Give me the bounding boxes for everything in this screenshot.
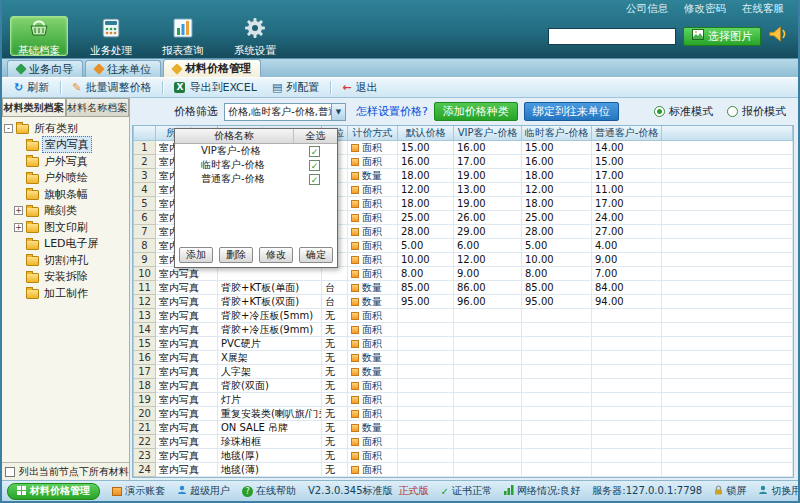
expand-icon[interactable]: + [14, 206, 23, 215]
table-row[interactable]: 11室内写真背胶+KT板(单面)台数量85.0086.0085.0084.00 [134, 281, 793, 295]
statusbar-user[interactable]: 超级用户 [174, 484, 233, 498]
expand-icon[interactable]: + [14, 223, 23, 232]
table-row[interactable]: 20室内写真重复安装类(喇叭旗/门头)无面积 [134, 407, 793, 421]
table-row[interactable]: 25室内写真防撞条无数量 [134, 477, 793, 479]
sidebar-tab-name[interactable]: 材料名称档案 [66, 98, 130, 117]
table-row[interactable]: 24室内写真地毯(薄)无面积 [134, 463, 793, 477]
col-temp-price[interactable]: 临时客户-价格 [522, 126, 592, 141]
exit-label: 退出 [356, 80, 378, 95]
add-price-type-button[interactable]: 添加价格种类 [434, 102, 518, 121]
bind-to-partner-button[interactable]: 绑定到往来单位 [524, 102, 619, 121]
popup-select-all[interactable]: 全选 [293, 129, 337, 143]
table-row[interactable]: 22室内写真珍珠相框无面积 [134, 435, 793, 449]
tree-root[interactable]: - 所有类别 [4, 120, 127, 137]
chevron-down-icon[interactable]: ▼ [331, 104, 345, 120]
row-number-cell: 1 [134, 141, 156, 155]
tab-partners[interactable]: 往来单位 [85, 60, 161, 77]
popup-add-button[interactable]: 添加 [179, 247, 213, 263]
tree-item[interactable]: +雕刻类 [4, 203, 127, 220]
standard-mode-radio[interactable]: 标准模式 [654, 104, 713, 119]
tree-item[interactable]: 安装拆除 [4, 269, 127, 286]
table-row[interactable]: 23室内写真地毯(厚)无面积 [134, 449, 793, 463]
quote-mode-radio[interactable]: 报价模式 [727, 104, 786, 119]
price-type-checkbox[interactable] [309, 146, 320, 157]
col-row-number[interactable] [134, 126, 156, 141]
table-row[interactable]: 14室内写真背胶+冷压板(9mm)无面积 [134, 323, 793, 337]
search-input[interactable] [548, 28, 676, 45]
table-row[interactable]: 12室内写真背胶+KT板(双面)台数量95.0096.0095.0094.00 [134, 295, 793, 309]
cell-filler [662, 407, 793, 421]
company-info-link[interactable]: 公司信息 [626, 2, 668, 16]
cell-pricing-method: 面积 [348, 239, 398, 253]
online-service-link[interactable]: 在线客服 [742, 2, 784, 16]
sidebar-tab-category[interactable]: 材料类别档案 [2, 98, 66, 117]
tree-item[interactable]: 切割冲孔 [4, 252, 127, 269]
tree-item[interactable]: 户外喷绘 [4, 170, 127, 187]
cell-unit: 无 [322, 435, 348, 449]
wizard-icon [15, 63, 26, 74]
price-type-row[interactable]: VIP客户-价格 [175, 144, 337, 158]
price-help-link[interactable]: 怎样设置价格? [356, 104, 428, 119]
nav-item-base-archive[interactable]: 基础档案 [10, 16, 68, 56]
cell-temp-price: 15.00 [522, 141, 592, 155]
batch-adjust-button[interactable]: ✎批量调整价格 [66, 79, 157, 96]
cell-pricing-method: 面积 [348, 267, 398, 281]
tree-item[interactable]: +图文印刷 [4, 219, 127, 236]
statusbar-network: 网络情况:良好 [501, 484, 583, 498]
tree-item[interactable]: 室内写真 [4, 137, 127, 154]
price-filter-combobox[interactable]: 价格,临时客户-价格,普通客户-价格 ▼ [224, 103, 346, 121]
nav-item-business[interactable]: 业务处理 [82, 16, 140, 56]
statusbar-help[interactable]: ?在线帮助 [239, 484, 299, 498]
statusbar-lock[interactable]: 锁屏 [711, 484, 749, 498]
cell-material-name: 背胶(双面) [218, 379, 322, 393]
row-number-cell: 8 [134, 239, 156, 253]
popup-modify-button[interactable]: 修改 [259, 247, 293, 263]
col-normal-price[interactable]: 普通客户-价格 [592, 126, 662, 141]
collapse-icon[interactable]: - [4, 124, 13, 133]
table-row[interactable]: 18室内写真背胶(双面)无面积 [134, 379, 793, 393]
tab-material-price[interactable]: 材料价格管理 [163, 59, 261, 77]
table-row[interactable]: 13室内写真背胶+冷压板(5mm)无面积 [134, 309, 793, 323]
nav-item-report[interactable]: 报表查询 [154, 16, 212, 56]
pricing-method-icon [351, 382, 359, 390]
table-row[interactable]: 16室内写真X展架无数量 [134, 351, 793, 365]
table-row[interactable]: 10室内写真面积8.009.008.007.00 [134, 267, 793, 281]
statusbar-switch-user[interactable]: 切换用户 [755, 484, 798, 498]
tree-item[interactable]: LED电子屏 [4, 236, 127, 253]
folder-icon [26, 273, 39, 283]
list-all-checkbox[interactable] [5, 467, 15, 477]
export-excel-button[interactable]: X导出到EXCEL [168, 79, 262, 96]
col-pricing-method[interactable]: 计价方式 [348, 126, 398, 141]
col-default-price[interactable]: 默认价格 [398, 126, 454, 141]
select-image-button[interactable]: 选择图片 [683, 27, 761, 46]
statusbar-account[interactable]: 演示账套 [109, 484, 168, 498]
price-type-checkbox[interactable] [309, 160, 320, 171]
popup-ok-button[interactable]: 确定 [299, 247, 333, 263]
tree-item[interactable]: 旗帜条幅 [4, 186, 127, 203]
col-vip-price[interactable]: VIP客户-价格 [454, 126, 522, 141]
cell-filler [662, 281, 793, 295]
nav-item-system[interactable]: 系统设置 [226, 16, 284, 56]
statusbar-module-button[interactable]: 材料价格管理 [7, 483, 100, 500]
cell-temp-price: 28.00 [522, 225, 592, 239]
change-password-link[interactable]: 修改密码 [684, 2, 726, 16]
statusbar-certificate[interactable]: ✓证书正常 [438, 484, 495, 498]
cell-material-name: 防撞条 [218, 477, 322, 479]
popup-delete-button[interactable]: 删除 [219, 247, 253, 263]
exit-button[interactable]: ←退出 [336, 79, 383, 96]
table-row[interactable]: 15室内写真PVC硬片无面积 [134, 337, 793, 351]
cell-unit: 无 [322, 421, 348, 435]
price-type-row[interactable]: 普通客户-价格 [175, 172, 337, 186]
column-config-button[interactable]: ▤列配置 [266, 79, 325, 96]
table-row[interactable]: 19室内写真灯片无面积 [134, 393, 793, 407]
horn-icon[interactable] [768, 25, 788, 47]
tree-item[interactable]: 加工制作 [4, 285, 127, 302]
price-type-row[interactable]: 临时客户-价格 [175, 158, 337, 172]
table-row[interactable]: 21室内写真ON SALE 吊牌无数量 [134, 421, 793, 435]
tab-business-wizard[interactable]: 业务向导 [7, 60, 83, 77]
pricing-method-label: 面积 [362, 394, 382, 405]
price-type-checkbox[interactable] [309, 174, 320, 185]
table-row[interactable]: 17室内写真人字架无数量 [134, 365, 793, 379]
refresh-button[interactable]: ↻刷新 [8, 79, 55, 96]
tree-item[interactable]: 户外写真 [4, 153, 127, 170]
